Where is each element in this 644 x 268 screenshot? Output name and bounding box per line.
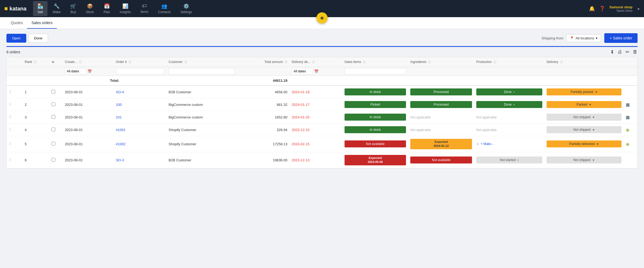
order-link-4[interactable]: #1001 <box>116 128 126 132</box>
help-icon[interactable]: ❓ <box>599 6 605 12</box>
row-3-checkbox[interactable] <box>52 115 55 119</box>
edit-icon[interactable]: ✏ <box>625 49 630 55</box>
total-info-icon: ⓘ <box>284 60 287 64</box>
customer-filter-input[interactable] <box>169 68 235 75</box>
drag-handle[interactable]: ⠿ <box>9 142 12 146</box>
calendar-icon[interactable]: 📅 <box>87 69 92 73</box>
nav-item-contacts[interactable]: 👥 Contacts <box>154 1 175 16</box>
download-icon[interactable]: ⬇ <box>610 49 614 55</box>
delivery-badge-6[interactable]: Not shipped ▼ <box>547 157 621 163</box>
make-button-5[interactable]: ＋ + Make... <box>476 142 542 146</box>
nav-items: 🏪 Sell 🔧 Make 🛒 Buy 📦 Stock 📅 Plan 📊 Ins… <box>33 1 589 16</box>
amount-4: 326.94 <box>237 124 290 136</box>
nav-item-buy[interactable]: 🛒 Buy <box>66 1 80 16</box>
created-info-icon: ⓘ <box>79 60 82 64</box>
drag-handle[interactable]: ⠿ <box>9 90 12 94</box>
created-filter-input[interactable] <box>65 68 86 75</box>
table-row: ⠿ 5 2023-08-01 #1002 Shopify Customer 17… <box>7 136 637 152</box>
delivery-date-filter-input[interactable] <box>292 68 313 75</box>
insights-icon: 📊 <box>122 3 128 9</box>
nav-item-plan[interactable]: 📅 Plan <box>99 1 114 16</box>
filter-done-button[interactable]: Done <box>28 34 48 43</box>
delivery-date-info-icon: ⓘ <box>312 60 315 64</box>
filter-open-button[interactable]: Open <box>6 34 26 43</box>
nav-item-sell[interactable]: 🏪 Sell <box>33 1 47 16</box>
order-link-5[interactable]: #1002 <box>116 142 126 146</box>
production-badge-1[interactable]: Done > <box>476 88 542 95</box>
sales-items-badge-5[interactable]: Not available <box>345 140 406 147</box>
table-row: ⠿ 4 2023-08-01 #1001 Shopify Customer 32… <box>7 124 637 136</box>
ingredients-badge-6[interactable]: Not available <box>410 157 472 163</box>
sales-items-filter-input[interactable] <box>345 68 406 75</box>
table-actions: ⬇ 🖨 ✏ 🗑 <box>610 49 638 55</box>
production-badge-6[interactable]: Not started > <box>476 157 542 163</box>
row-6-checkbox[interactable] <box>52 158 55 162</box>
delivery-calendar-icon[interactable]: 📅 <box>314 69 319 73</box>
col-drag <box>7 57 23 67</box>
order-filter-input[interactable] <box>116 68 164 75</box>
drag-handle[interactable]: ⠿ <box>9 102 12 107</box>
drag-handle[interactable]: ⠿ <box>9 128 12 132</box>
nav-item-insights[interactable]: 📊 Insights <box>115 1 135 16</box>
sales-items-badge-2[interactable]: Picked <box>345 101 406 108</box>
row-5-checkbox[interactable] <box>52 142 55 146</box>
order-link-1[interactable]: SO-4 <box>116 90 124 94</box>
tab-sales-orders[interactable]: Sales orders <box>27 17 57 29</box>
row-4-checkbox[interactable] <box>52 128 55 131</box>
table-row: ⠿ 3 2023-08-01 101 BigCommerce custom 16… <box>7 111 637 124</box>
ingredients-expected-5[interactable]: Expected 2024-01-12 <box>410 139 472 149</box>
bell-icon[interactable]: 🔔 <box>589 6 595 12</box>
customer-info-icon: ⓘ <box>184 60 187 64</box>
customer-2: BigCommerce custom <box>166 98 237 111</box>
delivery-date-6: 2023-12-13 <box>290 152 342 168</box>
nav-item-make[interactable]: 🔧 Make <box>49 1 65 16</box>
rank-1: 1 <box>23 85 50 98</box>
print-icon[interactable]: 🖨 <box>617 49 622 55</box>
shopify-icon-4: ◉ <box>626 128 630 132</box>
delivery-date-1: 2024-01-18 <box>290 85 342 98</box>
bigcommerce-icon-3: ▦ <box>626 115 630 120</box>
delivery-badge-2[interactable]: Packed ▼ <box>547 101 621 108</box>
delivery-badge-5[interactable]: Partially delivered ▼ <box>547 140 621 147</box>
amount-5: 17258.13 <box>237 136 290 152</box>
nav-item-stock[interactable]: 📦 Stock <box>82 1 98 16</box>
sales-items-expected-6[interactable]: Expected 2024-05-06 <box>345 155 406 165</box>
amount-2: 881.32 <box>237 98 290 111</box>
order-link-3[interactable]: 101 <box>116 115 122 119</box>
production-badge-2[interactable]: Done > <box>476 101 542 108</box>
delivery-date-2: 2024-01-17 <box>290 98 342 111</box>
delivery-badge-4[interactable]: Not shipped ▼ <box>547 126 621 133</box>
row-1-checkbox[interactable] <box>52 90 55 94</box>
location-select[interactable]: 📍 All locations ▾ <box>566 34 601 42</box>
tab-quotes[interactable]: Quotes <box>6 17 27 29</box>
sales-items-badge-1[interactable]: In stock <box>345 88 406 95</box>
row-2-checkbox[interactable] <box>52 102 55 106</box>
ingredients-badge-1[interactable]: Processed <box>410 88 472 95</box>
order-link-6[interactable]: SO-3 <box>116 158 124 162</box>
new-sales-order-button[interactable]: + Sales order <box>604 33 638 43</box>
drag-handle[interactable]: ⠿ <box>9 158 12 162</box>
shop-dropdown-icon[interactable]: ▸ <box>638 6 640 11</box>
shop-info: Samurai shop Taiichi Ohno <box>609 5 632 12</box>
col-delivery: Delivery ⓘ <box>544 57 624 67</box>
col-rank: Rank ⓘ <box>23 57 50 67</box>
add-button[interactable]: + <box>316 12 328 24</box>
nav-item-items[interactable]: 🏷 Items <box>136 1 152 16</box>
created-6: 2023-08-01 <box>63 152 114 168</box>
delivery-badge-1[interactable]: Partially packed ▼ <box>547 88 621 95</box>
sales-items-badge-4[interactable]: In stock <box>345 126 406 133</box>
ingredients-badge-2[interactable]: Processed <box>410 101 472 108</box>
drag-handle[interactable]: ⠿ <box>9 115 12 119</box>
col-order: Order # ⓘ <box>114 57 167 67</box>
nav-item-settings[interactable]: ⚙️ Settings <box>176 1 196 16</box>
delivery-dropdown-2: ▼ <box>589 103 592 106</box>
sales-items-badge-3[interactable]: In stock <box>345 114 406 121</box>
delivery-badge-3[interactable]: Not shipped ▼ <box>547 114 621 121</box>
order-link-2[interactable]: 100 <box>116 103 122 107</box>
delete-icon[interactable]: 🗑 <box>633 49 638 55</box>
delivery-date-5: 2024-02-15 <box>290 136 342 152</box>
production-na-3: Not applicable <box>476 116 497 119</box>
rank-6: 6 <box>23 152 50 168</box>
customer-1: B2B Customer <box>166 85 237 98</box>
rank-info-icon: ⓘ <box>34 60 37 64</box>
